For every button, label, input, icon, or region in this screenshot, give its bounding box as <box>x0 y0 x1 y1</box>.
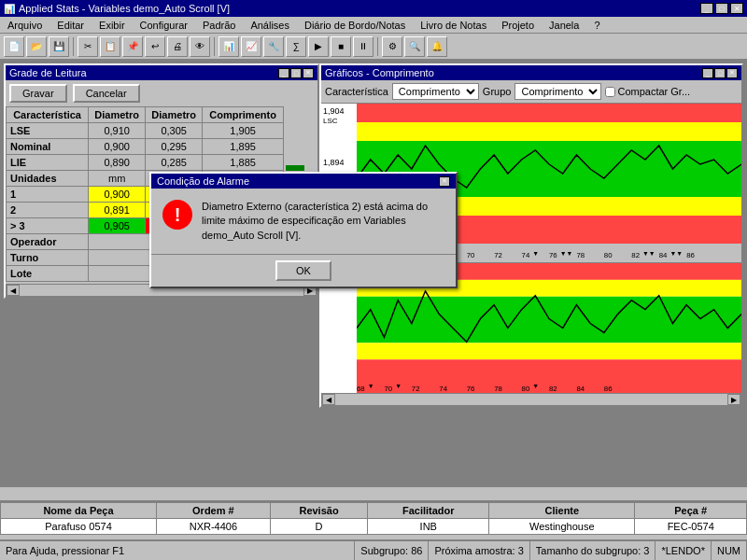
cut-btn[interactable]: ✂ <box>78 36 98 57</box>
grade-close[interactable]: ✕ <box>303 68 314 78</box>
menu-livro[interactable]: Livro de Notas <box>416 20 490 31</box>
status-num: NUM <box>712 541 747 560</box>
filter-btn[interactable]: 🔍 <box>404 36 425 57</box>
title-bar-controls: _ □ ✕ <box>700 3 743 14</box>
cell-r2-label: 2 <box>7 203 89 218</box>
svg-text:84: 84 <box>659 251 668 259</box>
svg-text:▼: ▼ <box>395 383 402 389</box>
grade-minimize[interactable]: _ <box>278 68 289 78</box>
svg-text:▼▼: ▼▼ <box>669 250 683 257</box>
menu-analises[interactable]: Análises <box>247 20 293 31</box>
menu-projeto[interactable]: Projeto <box>498 20 538 31</box>
graficos-title: Gráficos - Comprimento <box>325 67 434 78</box>
menu-diario[interactable]: Diário de Bordo/Notas <box>301 20 409 31</box>
cell-lse-label: LSE <box>7 123 89 139</box>
cancelar-button[interactable]: Cancelar <box>73 84 140 103</box>
ok-button[interactable]: OK <box>275 260 331 281</box>
preview-btn[interactable]: 👁 <box>190 36 210 57</box>
cell-lse-d1: 0,910 <box>89 123 146 139</box>
open-btn[interactable]: 📂 <box>26 36 47 57</box>
cell-facilitador: INB <box>368 519 489 535</box>
table-row: LIE 0,890 0,285 1,885 <box>7 155 284 171</box>
cell-nome: Parafuso 0574 <box>1 519 157 535</box>
caracteristica-label: Característica <box>325 86 388 97</box>
grade-title-bar: Grade de Leitura _ □ ✕ <box>6 65 317 80</box>
menu-janela[interactable]: Janela <box>545 20 583 31</box>
save-btn[interactable]: 💾 <box>49 36 69 57</box>
compactar-checkbox[interactable] <box>605 87 615 97</box>
svg-text:▼: ▼ <box>368 383 374 389</box>
svg-text:86: 86 <box>686 251 695 259</box>
svg-text:80: 80 <box>522 385 530 393</box>
menu-exibir[interactable]: Exibir <box>95 20 129 31</box>
pause-btn[interactable]: ⏸ <box>353 36 374 57</box>
toolbar-sep3 <box>377 37 378 56</box>
svg-text:70: 70 <box>384 385 392 393</box>
cell-cliente: Westinghouse <box>489 519 635 535</box>
cell-r2-d1[interactable]: 0,891 <box>89 203 146 218</box>
caracteristica-select[interactable]: Comprimento <box>392 83 479 100</box>
menu-editar[interactable]: Editar <box>53 20 88 31</box>
col-facilitador: Facilitador <box>368 503 489 519</box>
cell-unidades-d1: mm <box>89 171 146 187</box>
undo-btn[interactable]: ↩ <box>145 36 165 57</box>
bottom-table-area: Nome da Peça Ordem # Revisão Facilitador… <box>0 500 747 539</box>
scroll-left[interactable]: ◀ <box>7 285 20 296</box>
new-btn[interactable]: 📄 <box>4 36 24 57</box>
graficos-toolbar: Característica Comprimento Grupo Comprim… <box>321 80 741 104</box>
hist-bar1 <box>286 165 304 171</box>
compactar-label[interactable]: Compactar Gr... <box>605 86 690 97</box>
graficos-scrollbar[interactable]: ◀ ▶ <box>321 393 741 406</box>
minimize-btn[interactable]: _ <box>700 3 713 14</box>
paste-btn[interactable]: 📌 <box>122 36 143 57</box>
graficos-minimize[interactable]: _ <box>702 68 713 78</box>
gscroll-left[interactable]: ◀ <box>322 394 335 405</box>
lsc-label: 1,904LSC <box>323 107 355 126</box>
col-header-diametro1: Diametro <box>89 107 146 123</box>
svg-rect-27 <box>357 297 741 343</box>
cell-r1-d1[interactable]: 0,900 <box>89 187 146 203</box>
grupo-select[interactable]: Comprimento <box>514 83 601 100</box>
menu-configurar[interactable]: Configurar <box>136 20 191 31</box>
menu-help[interactable]: ? <box>590 20 603 31</box>
grade-maximize[interactable]: □ <box>290 68 302 78</box>
svg-rect-0 <box>357 104 741 122</box>
status-proxima: Próxima amostra: 3 <box>429 541 529 560</box>
print-btn[interactable]: 🖨 <box>167 36 188 57</box>
cell-r3-d1[interactable]: 0,905 <box>89 218 146 234</box>
cell-lote-label: Lote <box>7 266 89 282</box>
cell-nominal-comp: 1,895 <box>203 139 284 155</box>
menu-arquivo[interactable]: Arquivo <box>4 20 46 31</box>
svg-text:78: 78 <box>494 385 502 393</box>
tools-btn[interactable]: 🔧 <box>263 36 284 57</box>
cell-r3-label: > 3 <box>7 218 89 234</box>
cell-lie-d2: 0,285 <box>146 155 203 171</box>
config-btn[interactable]: ⚙ <box>382 36 402 57</box>
svg-text:68: 68 <box>357 385 365 393</box>
alarm-title: Condição de Alarme <box>157 175 249 187</box>
copy-btn[interactable]: 📋 <box>100 36 120 57</box>
stats-btn[interactable]: ∑ <box>286 36 306 57</box>
alarm-btn[interactable]: 🔔 <box>427 36 447 57</box>
gravar-button[interactable]: Gravar <box>9 84 67 103</box>
grade-title: Grade de Leitura <box>9 67 87 78</box>
menu-padrao[interactable]: Padrão <box>199 20 239 31</box>
data-btn[interactable]: 📈 <box>241 36 261 57</box>
gscroll-right[interactable]: ▶ <box>727 394 740 405</box>
status-subgrupo: Subgrupo: 86 <box>355 541 429 560</box>
stop-btn[interactable]: ■ <box>331 36 351 57</box>
maximize-btn[interactable]: □ <box>715 3 728 14</box>
title-bar: 📊 Applied Stats - Variables demo_Auto Sc… <box>0 0 747 17</box>
graficos-maximize[interactable]: □ <box>714 68 726 78</box>
graficos-close[interactable]: ✕ <box>726 68 738 78</box>
chart-btn[interactable]: 📊 <box>218 36 239 57</box>
cell-revisao: D <box>270 519 368 535</box>
run-btn[interactable]: ▶ <box>308 36 329 57</box>
close-btn[interactable]: ✕ <box>730 3 743 14</box>
cell-nominal-d1: 0,900 <box>89 139 146 155</box>
alarm-close[interactable]: ✕ <box>439 176 450 187</box>
col-revisao: Revisão <box>270 503 368 519</box>
bottom-table-row: Parafuso 0574 NXR-4406 D INB Westinghous… <box>1 519 747 535</box>
cell-lse-d2: 0,305 <box>146 123 203 139</box>
cell-turno-label: Turno <box>7 250 89 266</box>
